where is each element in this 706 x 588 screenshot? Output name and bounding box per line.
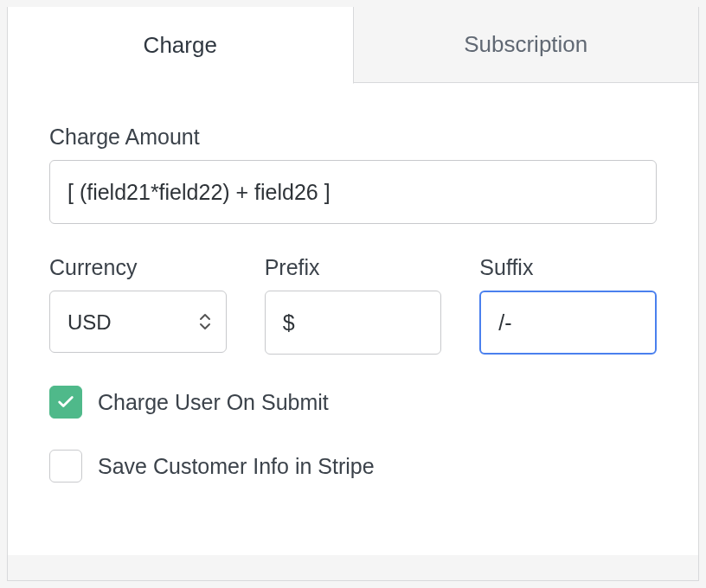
currency-label: Currency	[49, 255, 227, 280]
prefix-label: Prefix	[265, 255, 442, 280]
currency-prefix-suffix-row: Currency USD Prefix Suffix	[49, 255, 657, 355]
currency-select-wrapper: USD	[49, 291, 227, 353]
charge-amount-input[interactable]	[49, 160, 657, 224]
suffix-field: Suffix	[479, 255, 657, 355]
settings-panel: Charge Subscription Charge Amount Curren…	[7, 7, 699, 581]
tab-charge-label: Charge	[144, 32, 217, 59]
charge-on-submit-row: Charge User On Submit	[49, 386, 657, 419]
tab-subscription-label: Subscription	[464, 31, 587, 58]
charge-amount-field: Charge Amount	[49, 125, 657, 224]
suffix-label: Suffix	[479, 255, 657, 280]
charge-amount-label: Charge Amount	[49, 125, 657, 150]
checkmark-icon	[56, 393, 75, 412]
save-customer-row: Save Customer Info in Stripe	[49, 450, 657, 483]
charge-on-submit-label[interactable]: Charge User On Submit	[98, 390, 329, 415]
currency-field: Currency USD	[49, 255, 227, 355]
tab-subscription[interactable]: Subscription	[354, 7, 699, 83]
currency-select[interactable]: USD	[49, 291, 227, 353]
tabs-container: Charge Subscription	[8, 7, 698, 83]
save-customer-checkbox[interactable]	[49, 450, 82, 483]
tab-charge[interactable]: Charge	[8, 7, 354, 84]
suffix-input[interactable]	[479, 291, 657, 355]
prefix-input[interactable]	[265, 291, 442, 355]
charge-tab-panel: Charge Amount Currency USD Prefix	[8, 83, 698, 555]
save-customer-label[interactable]: Save Customer Info in Stripe	[98, 454, 375, 479]
prefix-field: Prefix	[265, 255, 442, 355]
charge-on-submit-checkbox[interactable]	[49, 386, 82, 419]
